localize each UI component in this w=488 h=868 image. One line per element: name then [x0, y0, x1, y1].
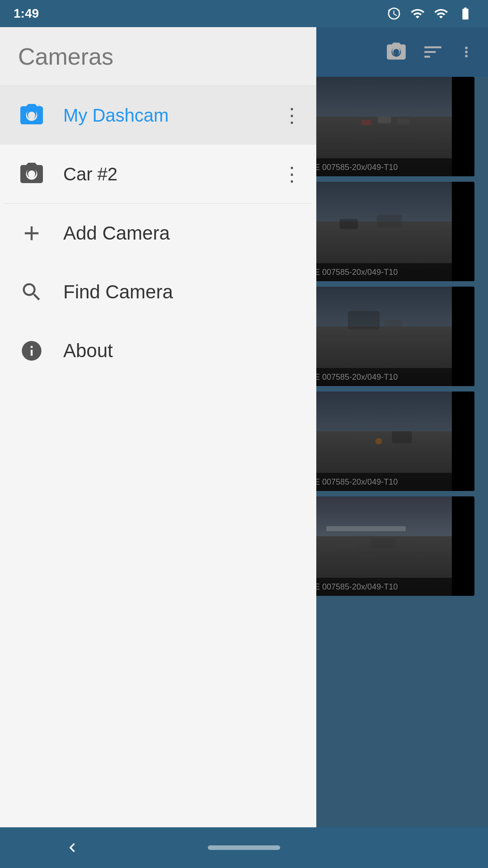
find-camera-icon — [14, 274, 50, 310]
status-icons — [387, 6, 474, 21]
navigation-drawer: Cameras My Dashcam ⋮ Car #2 ⋮ Add Came — [0, 27, 316, 868]
signal-icon — [434, 6, 448, 21]
camera-item-my-dashcam[interactable]: My Dashcam ⋮ — [0, 86, 316, 145]
drawer-title: Cameras — [18, 43, 113, 70]
bottom-nav — [0, 827, 488, 868]
find-camera-label: Find Camera — [63, 281, 173, 303]
wifi-icon — [409, 6, 426, 21]
back-button[interactable] — [63, 839, 81, 857]
car2-more-button[interactable]: ⋮ — [282, 164, 303, 184]
my-dashcam-more-button[interactable]: ⋮ — [282, 105, 303, 125]
camera-item-car2[interactable]: Car #2 ⋮ — [0, 145, 316, 203]
car2-camera-icon — [18, 160, 45, 188]
about-label: About — [63, 340, 113, 362]
add-camera-item[interactable]: Add Camera — [0, 204, 316, 263]
dashcam-icon-wrapper — [14, 97, 50, 133]
car2-icon-wrapper — [14, 156, 50, 192]
alarm-icon — [387, 6, 401, 21]
car2-label: Car #2 — [63, 164, 282, 184]
home-indicator[interactable] — [208, 845, 280, 850]
about-item[interactable]: About — [0, 321, 316, 380]
drawer-header: Cameras — [0, 27, 316, 86]
time-display: 1:49 — [14, 6, 39, 21]
status-bar: 1:49 — [0, 0, 488, 27]
my-dashcam-label: My Dashcam — [63, 105, 282, 126]
add-camera-icon — [14, 215, 50, 251]
add-camera-label: Add Camera — [63, 222, 170, 244]
about-icon — [14, 333, 50, 369]
dashcam-icon — [18, 102, 45, 129]
battery-icon — [456, 6, 474, 21]
find-camera-item[interactable]: Find Camera — [0, 263, 316, 321]
